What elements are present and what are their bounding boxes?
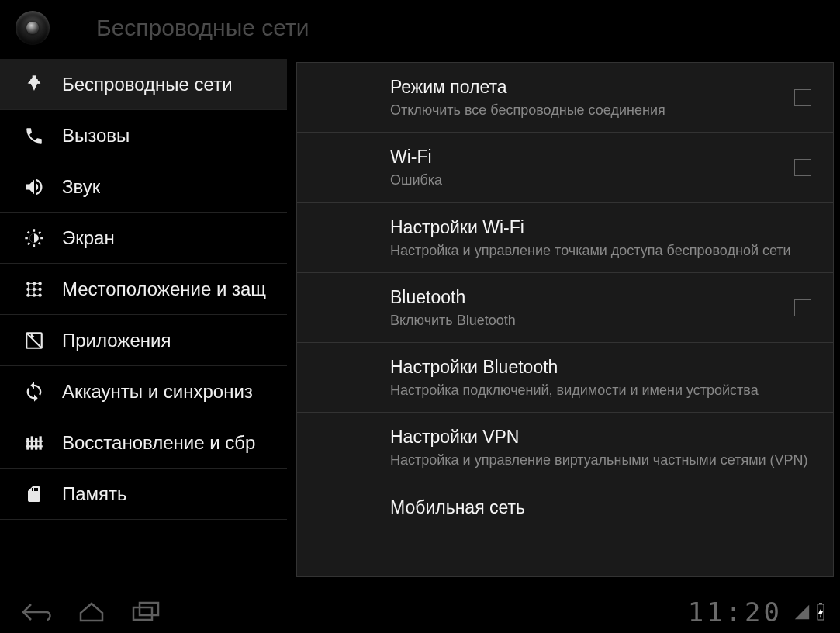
setting-title: Мобильная сеть [390,497,818,518]
page-title: Беспроводные сети [96,15,309,41]
system-bar: 11:20 [0,590,840,633]
setting-wifi[interactable]: Wi-Fi Ошибка [297,133,833,202]
sidebar-item-label: Приложения [62,330,171,351]
svg-rect-18 [26,440,43,441]
setting-bluetooth[interactable]: Bluetooth Включить Bluetooth [297,273,833,343]
sidebar-item-backup[interactable]: Восстановление и сбр [0,417,287,469]
battery-charging-icon [815,603,826,621]
sidebar-item-calls[interactable]: Вызовы [0,110,287,161]
svg-rect-21 [140,603,158,615]
svg-rect-14 [26,438,29,449]
app-header: Беспроводные сети [0,0,840,56]
sidebar-item-storage[interactable]: Память [0,469,287,520]
setting-subtitle: Ошибка [390,171,818,189]
status-tray[interactable] [793,603,826,621]
setting-title: Bluetooth [390,287,818,308]
sidebar-item-display[interactable]: Экран [0,213,287,264]
apps-icon [22,328,47,353]
fence-icon [22,431,47,455]
speaker-icon [22,175,47,199]
svg-rect-17 [40,436,42,449]
setting-title: Режим полета [390,77,818,98]
sidebar-item-location[interactable]: Местоположение и защ [0,264,287,315]
signal-icon [793,604,811,621]
setting-subtitle: Настройка и управление точками доступа б… [390,241,818,260]
svg-rect-0 [33,75,36,78]
sidebar-item-wireless[interactable]: Беспроводные сети [0,59,287,110]
svg-rect-19 [26,445,43,447]
setting-title: Настройки Wi-Fi [390,217,818,238]
setting-subtitle: Настройка и управление виртуальными част… [390,451,818,469]
sidebar-item-label: Аккаунты и синхрониз [62,381,253,403]
wireless-icon [22,72,47,97]
setting-mobile-network[interactable]: Мобильная сеть [297,483,833,538]
sdcard-icon [22,482,47,507]
wifi-checkbox[interactable] [794,159,811,176]
brightness-icon [22,226,47,251]
setting-title: Настройки Bluetooth [390,357,818,378]
svg-rect-15 [31,436,33,449]
bluetooth-checkbox[interactable] [794,299,811,316]
setting-subtitle: Отключить все беспроводные соединения [390,101,818,119]
setting-bluetooth-settings[interactable]: Настройки Bluetooth Настройка подключени… [297,343,833,413]
sidebar-item-label: Звук [62,176,100,198]
sidebar-item-accounts[interactable]: Аккаунты и синхрониз [0,366,287,417]
sidebar-item-label: Экран [62,227,115,249]
sidebar-item-sound[interactable]: Звук [0,161,287,213]
setting-wifi-settings[interactable]: Настройки Wi-Fi Настройка и управление т… [297,203,833,273]
svg-rect-20 [133,607,152,620]
sidebar-item-apps[interactable]: Приложения [0,315,287,366]
recents-button[interactable] [123,597,169,628]
sidebar-item-label: Восстановление и сбр [62,432,255,454]
sidebar-item-label: Местоположение и защ [62,278,266,300]
setting-subtitle: Включить Bluetooth [390,311,818,330]
phone-icon [22,123,47,148]
settings-orb-icon [16,11,50,45]
setting-title: Wi-Fi [390,147,818,168]
back-button[interactable] [14,597,60,628]
sync-icon [22,379,47,404]
settings-sidebar: Беспроводные сети Вызовы Звук Экран Мест [0,56,287,577]
setting-title: Настройки VPN [390,427,818,448]
setting-airplane-mode[interactable]: Режим полета Отключить все беспроводные … [297,63,833,133]
svg-rect-16 [35,438,37,449]
svg-rect-2 [29,81,40,83]
sidebar-item-label: Память [62,483,127,505]
airplane-mode-checkbox[interactable] [794,89,811,106]
svg-rect-23 [819,603,822,604]
grid-dots-icon [22,277,47,302]
clock[interactable]: 11:20 [688,597,783,628]
setting-vpn[interactable]: Настройки VPN Настройка и управление вир… [297,413,833,483]
settings-detail-panel: Режим полета Отключить все беспроводные … [296,62,834,577]
svg-rect-1 [30,79,37,81]
setting-subtitle: Настройка подключений, видимости и имени… [390,381,818,400]
home-button[interactable] [68,597,115,628]
content-area: Беспроводные сети Вызовы Звук Экран Мест [0,56,840,577]
sidebar-item-label: Беспроводные сети [62,74,233,95]
sidebar-item-label: Вызовы [62,125,130,147]
